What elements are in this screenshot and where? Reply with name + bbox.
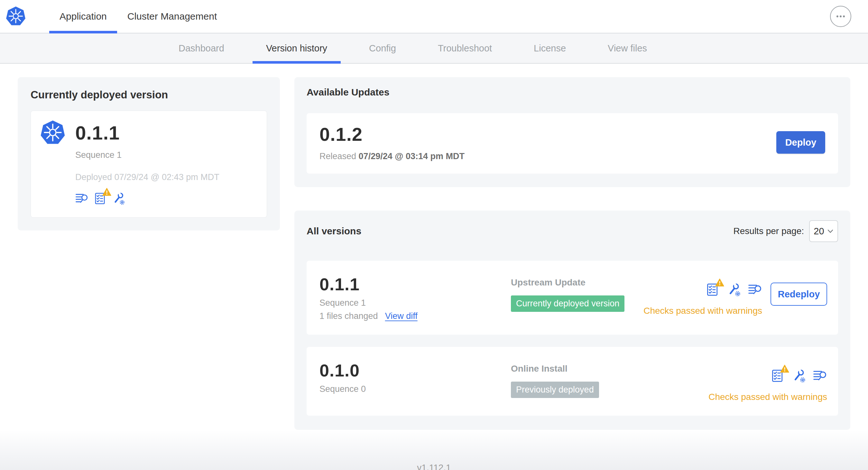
deployed-icon-row [75, 192, 256, 205]
version-row-0.1.0: 0.1.0 Sequence 0 Online Install Previous… [307, 347, 838, 416]
deployed-version-row: 0.1.1 [40, 120, 256, 146]
all-versions-card: All versions Results per page: 20 0.1.1 [294, 210, 850, 430]
warning-triangle-icon [102, 188, 111, 196]
checks-column: Checks passed with warnings [708, 369, 827, 402]
source-label: Online Install [511, 364, 708, 374]
app-root: Application Cluster Management Dashboard… [0, 0, 868, 470]
results-per-page: Results per page: 20 [734, 220, 838, 242]
version-info: 0.1.0 Sequence 0 [319, 360, 511, 394]
checks-status-text: Checks passed with warnings [644, 306, 762, 316]
subnav-tab-view-files[interactable]: View files [594, 33, 660, 63]
version-actions: Checks passed with warnings [708, 369, 827, 402]
update-version-number: 0.1.2 [319, 124, 465, 145]
version-info: 0.1.1 Sequence 1 1 files changed View di… [319, 274, 511, 321]
redeploy-button[interactable]: Redeploy [771, 282, 827, 306]
main-content: Currently deployed version 0.1.1 Sequenc… [0, 64, 868, 430]
status-badge: Previously deployed [511, 381, 599, 398]
available-updates-card: Available Updates 0.1.2 Released 07/29/2… [294, 77, 850, 187]
results-per-page-select[interactable]: 20 [809, 220, 838, 242]
ellipsis-icon [834, 9, 848, 24]
version-actions: Checks passed with warnings Redeploy [644, 282, 827, 316]
deployed-version-meta: Sequence 1 Deployed 07/29/24 @ 02:43 pm … [75, 150, 256, 205]
checks-status-text: Checks passed with warnings [708, 392, 827, 402]
deploy-logs-icon[interactable] [75, 192, 89, 205]
all-versions-header: All versions Results per page: 20 [307, 220, 838, 242]
results-per-page-value: 20 [814, 226, 824, 237]
tab-application[interactable]: Application [49, 0, 117, 33]
released-date: 07/29/24 @ 03:14 pm MDT [359, 152, 465, 161]
deploy-logs-icon[interactable] [813, 369, 827, 383]
view-diff-link[interactable]: View diff [385, 311, 417, 321]
version-source: Online Install Previously deployed [511, 364, 708, 398]
source-label: Upstream Update [511, 277, 644, 288]
deploy-logs-glyph [75, 192, 89, 205]
currently-deployed-title: Currently deployed version [31, 89, 267, 101]
all-versions-title: All versions [307, 226, 361, 237]
version-rows: 0.1.1 Sequence 1 1 files changed View di… [307, 261, 838, 416]
edit-config-glyph [792, 369, 806, 383]
kubernetes-logo-icon [5, 6, 26, 27]
tab-cluster-management[interactable]: Cluster Management [117, 0, 227, 33]
footer: v1.112.1 [0, 430, 868, 470]
results-per-page-label: Results per page: [734, 226, 804, 236]
update-released-date: Released 07/29/24 @ 03:14 pm MDT [319, 152, 465, 161]
row-sequence: Sequence 1 [319, 298, 511, 308]
warning-triangle-icon [715, 278, 724, 287]
deploy-logs-icon[interactable] [748, 282, 762, 297]
preflight-checks-icon[interactable] [771, 369, 785, 383]
available-updates-title: Available Updates [307, 87, 838, 98]
subnav-tab-dashboard[interactable]: Dashboard [165, 33, 238, 63]
row-icon-row [706, 282, 762, 297]
edit-config-glyph [112, 192, 125, 205]
right-column: Available Updates 0.1.2 Released 07/29/2… [294, 77, 850, 430]
row-version-number: 0.1.1 [319, 274, 511, 294]
overflow-menu-button[interactable] [830, 6, 851, 27]
edit-config-icon[interactable] [727, 282, 741, 297]
status-badge: Currently deployed version [511, 296, 624, 312]
row-sequence: Sequence 0 [319, 384, 511, 394]
subnav-tab-license[interactable]: License [520, 33, 580, 63]
deployed-sequence: Sequence 1 [75, 150, 256, 160]
subnav-tab-version-history[interactable]: Version history [253, 33, 341, 63]
deploy-button[interactable]: Deploy [776, 131, 825, 154]
subnav-tab-config[interactable]: Config [355, 33, 409, 63]
preflight-checks-icon[interactable] [94, 192, 107, 205]
edit-config-glyph [727, 282, 741, 297]
main-tabs: Application Cluster Management [49, 0, 227, 33]
update-row: 0.1.2 Released 07/29/24 @ 03:14 pm MDT D… [307, 113, 838, 174]
files-changed-line: 1 files changed View diff [319, 311, 511, 321]
chevron-down-icon [827, 229, 834, 233]
edit-config-icon[interactable] [112, 192, 125, 205]
subnav-tab-troubleshoot[interactable]: Troubleshoot [424, 33, 505, 63]
currently-deployed-card: Currently deployed version 0.1.1 Sequenc… [18, 77, 280, 231]
top-nav: Application Cluster Management [0, 0, 868, 33]
sub-nav: Dashboard Version history Config Trouble… [0, 33, 868, 64]
released-prefix: Released [319, 152, 356, 161]
deployed-date: Deployed 07/29/24 @ 02:43 pm MDT [75, 172, 256, 182]
deployed-version-number: 0.1.1 [75, 122, 120, 144]
kubernetes-logo-icon [40, 120, 66, 146]
warning-triangle-icon [780, 365, 789, 373]
edit-config-icon[interactable] [792, 369, 806, 383]
row-icon-row [771, 369, 827, 383]
version-row-0.1.1: 0.1.1 Sequence 1 1 files changed View di… [307, 261, 838, 335]
files-changed-text: 1 files changed [319, 311, 378, 321]
version-source: Upstream Update Currently deployed versi… [511, 277, 644, 312]
kubernetes-logo-glyph [40, 120, 66, 146]
console-version-text: v1.112.1 [417, 463, 451, 470]
deploy-logs-glyph [813, 369, 827, 383]
kubernetes-logo-glyph [5, 6, 26, 27]
preflight-checks-icon[interactable] [706, 282, 720, 297]
row-version-number: 0.1.0 [319, 360, 511, 380]
checks-column: Checks passed with warnings [644, 282, 762, 316]
deploy-logs-glyph [748, 282, 762, 297]
deployed-version-card: 0.1.1 Sequence 1 Deployed 07/29/24 @ 02:… [31, 110, 267, 217]
update-info: 0.1.2 Released 07/29/24 @ 03:14 pm MDT [319, 124, 465, 161]
